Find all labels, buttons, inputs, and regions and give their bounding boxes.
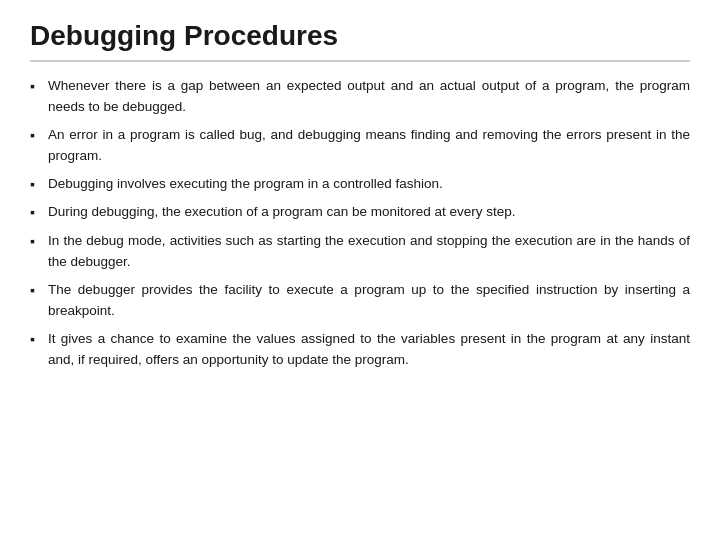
slide-title: Debugging Procedures — [30, 20, 690, 52]
bullet-item-6: ▪The debugger provides the facility to e… — [30, 280, 690, 322]
bullet-item-7: ▪It gives a chance to examine the values… — [30, 329, 690, 371]
slide-content: ▪Whenever there is a gap between an expe… — [30, 76, 690, 540]
bullet-symbol-6: ▪ — [30, 280, 48, 322]
bullet-text-6: The debugger provides the facility to ex… — [48, 280, 690, 322]
bullet-item-3: ▪Debugging involves executing the progra… — [30, 174, 690, 196]
bullet-text-3: Debugging involves executing the program… — [48, 174, 690, 196]
bullet-symbol-5: ▪ — [30, 231, 48, 273]
bullet-symbol-2: ▪ — [30, 125, 48, 167]
bullet-item-1: ▪Whenever there is a gap between an expe… — [30, 76, 690, 118]
bullet-text-7: It gives a chance to examine the values … — [48, 329, 690, 371]
title-divider — [30, 60, 690, 62]
bullet-text-4: During debugging, the execution of a pro… — [48, 202, 690, 224]
bullet-text-2: An error in a program is called bug, and… — [48, 125, 690, 167]
bullet-item-2: ▪An error in a program is called bug, an… — [30, 125, 690, 167]
bullet-symbol-1: ▪ — [30, 76, 48, 118]
slide-container: Debugging Procedures ▪Whenever there is … — [0, 0, 720, 540]
bullet-symbol-4: ▪ — [30, 202, 48, 224]
bullet-symbol-3: ▪ — [30, 174, 48, 196]
bullet-item-5: ▪In the debug mode, activities such as s… — [30, 231, 690, 273]
bullet-text-5: In the debug mode, activities such as st… — [48, 231, 690, 273]
bullet-text-1: Whenever there is a gap between an expec… — [48, 76, 690, 118]
bullet-symbol-7: ▪ — [30, 329, 48, 371]
bullet-item-4: ▪During debugging, the execution of a pr… — [30, 202, 690, 224]
